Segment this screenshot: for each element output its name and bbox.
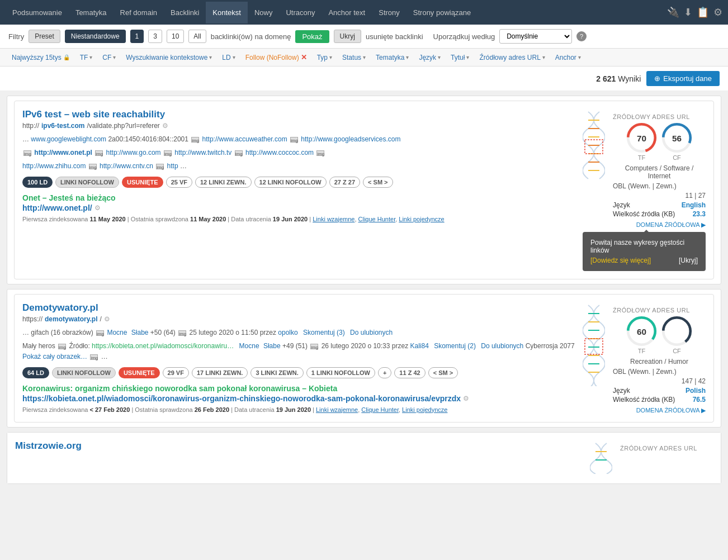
col-filter-tematyka[interactable]: Tematyka ▾ — [372, 53, 412, 63]
metrics-panel-1: ŹRÓDŁOWY ADRES URL 70 TF — [613, 109, 706, 229]
nav-item-podsumowanie[interactable]: Podsumowanie — [6, 2, 69, 23]
col-filter-anchor[interactable]: Anchor ▾ — [552, 53, 584, 63]
badge-nof-2: 1 LINKI NOFOLLOW — [306, 367, 375, 378]
badge-plus-2: + — [378, 367, 391, 378]
link-row-2b: Mały heros img Źródło: https://kobieta.o… — [22, 341, 577, 362]
nav-item-strony-powiazane[interactable]: Strony powiązane — [406, 2, 478, 23]
result-left-1: IPv6 test – web site reachability http:/… — [22, 109, 577, 271]
settings-icon[interactable]: ⚙ — [713, 6, 722, 18]
nav-item-nowy[interactable]: Nowy — [248, 2, 280, 23]
indexed-row-2: Pierwsza zindeksowana < 27 Feb 2020 | Os… — [22, 406, 577, 413]
related-link-2: Koronawirus: organizm chińskiego noworod… — [22, 384, 577, 403]
nav-item-tematyka[interactable]: Tematyka — [69, 2, 114, 23]
img-icon: img — [58, 344, 66, 349]
img-icon: img — [290, 137, 298, 143]
svg-text:56: 56 — [672, 134, 682, 143]
lang-row-2: Język Polish — [613, 387, 706, 395]
badge-zewn-2a: 17 LINKI ZEWN. — [192, 367, 248, 378]
dna-visual-2 — [583, 302, 609, 388]
clipboard-icon[interactable]: 📋 — [697, 6, 709, 18]
rel-gear-icon-2[interactable]: ⚙ — [463, 395, 469, 402]
column-filter-bar: Najwyższy 15tys 🔒 TF ▾ CF ▾ Wyszukiwanie… — [0, 49, 728, 67]
size-row-1: Wielkość źródła (KB) 23.3 — [613, 210, 706, 218]
col-filter-ld[interactable]: LD ▾ — [219, 53, 238, 63]
related-title-1[interactable]: Onet – Jesteś na bieżąco — [22, 193, 116, 202]
badge-nofollow-2: LINKI NOFOLLOW — [52, 367, 116, 378]
cf-caret-icon: ▾ — [113, 54, 116, 60]
ld-caret-icon: ▾ — [233, 54, 235, 60]
svg-text:64: 64 — [672, 327, 682, 336]
result-left-2: Demotywatory.pl https://demotywatory.pl/… — [22, 302, 577, 414]
tooltip-text: Powitaj nasze wykresy gęstości linków — [590, 239, 698, 254]
col-filter-jezyk[interactable]: Język ▾ — [415, 53, 444, 63]
nav-item-ref-domain[interactable]: Ref domain — [114, 2, 164, 23]
tf-label-2: TF — [638, 348, 645, 354]
filter-bar: Filtry Preset Niestandardowe 1 3 10 All … — [0, 25, 728, 49]
source-link-2[interactable]: DOMENA ŹRÓDŁOWA ▶ — [613, 407, 706, 414]
col-filter-cf[interactable]: CF ▾ — [99, 53, 119, 63]
pokaz-button[interactable]: Pokaż — [295, 30, 329, 43]
result-url-1: http://ipv6-test.com/validate.php?url=re… — [22, 122, 577, 130]
num-1-button[interactable]: 1 — [130, 30, 144, 43]
img-icon: img — [235, 150, 243, 156]
wyszukiwanie-caret-icon: ▾ — [209, 54, 212, 60]
badge-nofollow-1: LINKI NOFOLLOW — [55, 177, 119, 188]
num-3-button[interactable]: 3 — [148, 30, 162, 43]
badge-sm-1: < SM > — [363, 177, 393, 188]
filtry-label: Filtry — [8, 32, 24, 41]
col-filter-wyszukiwanie[interactable]: Wyszukiwanie kontekstowe ▾ — [122, 53, 215, 63]
related-title-2[interactable]: Koronawirus: organizm chińskiego noworod… — [22, 384, 337, 393]
sort-select[interactable]: Domyślnie TF malejąco TF rosnąco CF male… — [499, 29, 572, 44]
obl-row-2: OBL (Wewn. | Zewn.) — [613, 368, 706, 376]
follow-remove-icon[interactable]: ✕ — [301, 53, 307, 61]
uporzadkuj-label: Uporządkuj według — [433, 32, 495, 41]
col-filter-follow[interactable]: Follow (NoFollow) ✕ — [242, 52, 310, 63]
download-icon[interactable]: ⬇ — [684, 6, 692, 18]
sort-info-icon[interactable]: ? — [576, 31, 587, 41]
url-settings-icon-2[interactable]: ⚙ — [104, 315, 110, 323]
result-title-2[interactable]: Demotywatory.pl — [22, 302, 577, 314]
tooltip-hide[interactable]: [Ukryj] — [679, 257, 698, 264]
export-button[interactable]: ⊕ Eksportuj dane — [646, 71, 720, 86]
source-link-1[interactable]: DOMENA ŹRÓDŁOWA ▶ — [613, 221, 706, 229]
badge-zewn1-1: 12 LINKI ZEWN. — [195, 177, 252, 188]
nav-item-anchor-text[interactable]: Anchor text — [322, 2, 372, 23]
result-title-3[interactable]: Mistrzowie.org — [15, 440, 584, 452]
tooltip-learn-more[interactable]: [Dowiedz się więcej] — [590, 257, 651, 264]
result-title-1[interactable]: IPv6 test – web site reachability — [22, 109, 577, 120]
col-filter-status[interactable]: Status ▾ — [339, 53, 369, 63]
metrics-panel-2: ŹRÓDŁOWY ADRES URL 60 TF — [613, 302, 706, 414]
jezyk-caret-icon: ▾ — [438, 54, 441, 60]
nav-item-kontekst[interactable]: Kontekst — [206, 2, 248, 23]
badge-row-2: 64 LD LINKI NOFOLLOW USUNIĘTE 29 VF 17 L… — [22, 367, 577, 378]
col-filter-zrodlowy[interactable]: Źródłowy adres URL ▾ — [476, 53, 548, 63]
nav-item-utracony[interactable]: Utracony — [279, 2, 322, 23]
col-filter-tytul[interactable]: Tytuł ▾ — [447, 53, 472, 63]
badge-z27-1: 27 Z 27 — [329, 177, 360, 188]
nav-item-strony[interactable]: Strony — [372, 2, 406, 23]
col-filter-tf[interactable]: TF ▾ — [77, 53, 96, 63]
num-10-button[interactable]: 10 — [167, 30, 184, 43]
status-caret-icon: ▾ — [363, 54, 366, 60]
preset-button[interactable]: Preset — [29, 30, 60, 43]
badge-sm-2: < SM > — [428, 367, 458, 378]
col-filter-najwyzszy[interactable]: Najwyższy 15tys 🔒 — [8, 53, 73, 63]
ukryj-button[interactable]: Ukryj — [334, 30, 361, 43]
cf-label-1: CF — [673, 154, 681, 161]
badge-row-1: 100 LD LINKI NOFOLLOW USUNIĘTE 25 VF 12 … — [22, 177, 577, 188]
img-icon: img — [95, 150, 103, 156]
badge-ld-1: 100 LD — [22, 177, 53, 188]
result-left-3: Mistrzowie.org — [15, 440, 584, 476]
extension-icon[interactable]: 🔌 — [667, 6, 679, 18]
cf-chart-2: 64 CF — [661, 316, 692, 354]
url-settings-icon-1[interactable]: ⚙ — [162, 122, 168, 130]
rel-gear-icon-1[interactable]: ⚙ — [94, 204, 101, 212]
num-all-button[interactable]: All — [188, 30, 206, 43]
badge-vf-2: 29 VF — [163, 367, 189, 378]
dna-visual-3 — [590, 440, 617, 476]
niestandardowe-button[interactable]: Niestandardowe — [65, 30, 126, 43]
col-filter-typ[interactable]: Typ ▾ — [314, 53, 335, 63]
cf-chart-1: 56 CF — [661, 122, 692, 161]
usuniete-label: usunięte backlinki — [366, 32, 423, 41]
nav-item-backlinki[interactable]: Backlinki — [164, 2, 206, 23]
